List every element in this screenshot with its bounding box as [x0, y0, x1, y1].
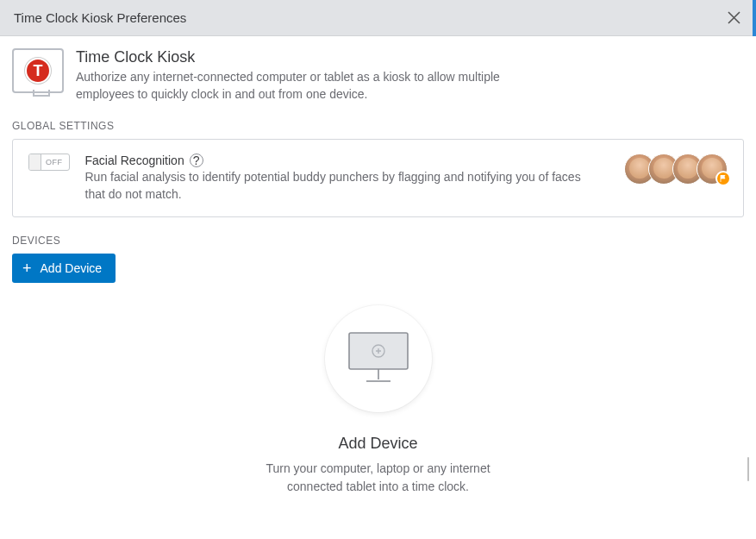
- intro-section: T Time Clock Kiosk Authorize any interne…: [12, 48, 744, 103]
- right-accent-bar: [753, 0, 756, 36]
- plus-icon: +: [22, 260, 32, 276]
- global-settings-panel: OFF Facial Recognition ? Run facial anal…: [12, 139, 744, 217]
- face-avatars: [624, 154, 728, 185]
- empty-state-title: Add Device: [12, 435, 744, 453]
- kiosk-app-icon: T: [12, 48, 64, 93]
- devices-label: DEVICES: [12, 235, 744, 247]
- empty-state-description: Turn your computer, laptop or any intern…: [12, 460, 744, 496]
- facial-recognition-toggle[interactable]: OFF: [28, 154, 70, 171]
- scrollbar-hint[interactable]: [747, 457, 749, 481]
- toggle-state-label: OFF: [41, 158, 69, 166]
- facial-recognition-title-row: Facial Recognition ?: [85, 154, 601, 167]
- facial-recognition-description: Run facial analysis to identify potentia…: [85, 169, 601, 203]
- dialog-content: T Time Clock Kiosk Authorize any interne…: [0, 36, 756, 508]
- intro-text: Time Clock Kiosk Authorize any internet-…: [76, 48, 524, 103]
- add-device-button[interactable]: + Add Device: [12, 254, 116, 283]
- monitor-icon: [344, 329, 413, 388]
- empty-state-illustration: [325, 305, 432, 412]
- close-icon: [728, 11, 740, 24]
- add-device-button-label: Add Device: [41, 261, 103, 275]
- empty-desc-line: connected tablet into a time clock.: [287, 479, 469, 493]
- dialog-title: Time Clock Kiosk Preferences: [14, 10, 186, 25]
- close-button[interactable]: [725, 9, 742, 27]
- dialog-header: Time Clock Kiosk Preferences: [0, 0, 756, 36]
- tsheets-logo-icon: T: [25, 58, 51, 84]
- global-settings-label: GLOBAL SETTINGS: [12, 120, 744, 132]
- facial-recognition-text: Facial Recognition ? Run facial analysis…: [85, 154, 601, 203]
- intro-title: Time Clock Kiosk: [76, 48, 524, 66]
- toggle-knob: [29, 154, 41, 170]
- facial-recognition-title: Facial Recognition: [85, 154, 184, 167]
- empty-state: Add Device Turn your computer, laptop or…: [12, 283, 744, 496]
- empty-desc-line: Turn your computer, laptop or any intern…: [266, 461, 490, 475]
- intro-description: Authorize any internet-connected compute…: [76, 69, 524, 103]
- help-icon[interactable]: ?: [190, 154, 203, 167]
- flag-badge-icon: [715, 171, 731, 186]
